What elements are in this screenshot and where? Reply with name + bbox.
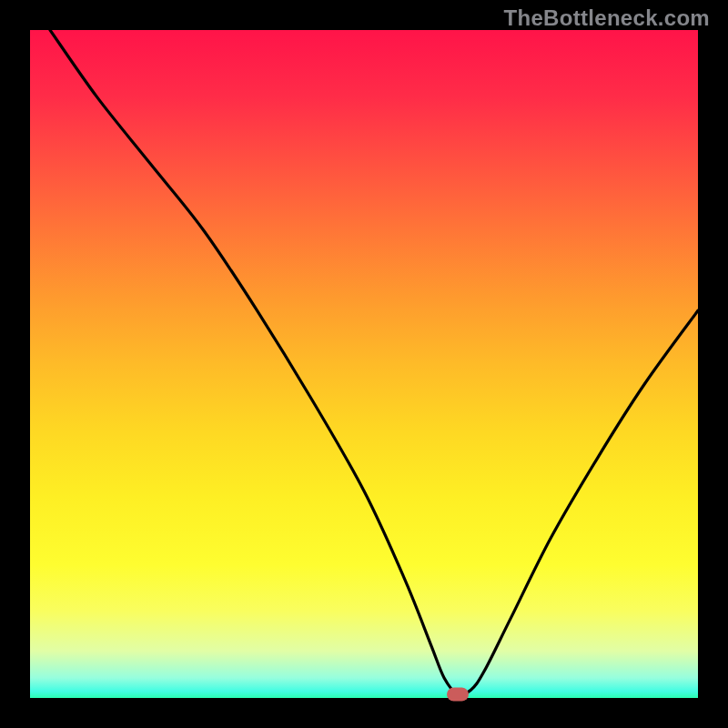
bottleneck-curve [30, 30, 698, 698]
plot-area [30, 30, 698, 698]
optimum-marker [447, 687, 469, 701]
chart-frame: TheBottleneck.com [0, 0, 728, 728]
watermark-text: TheBottleneck.com [504, 5, 710, 31]
